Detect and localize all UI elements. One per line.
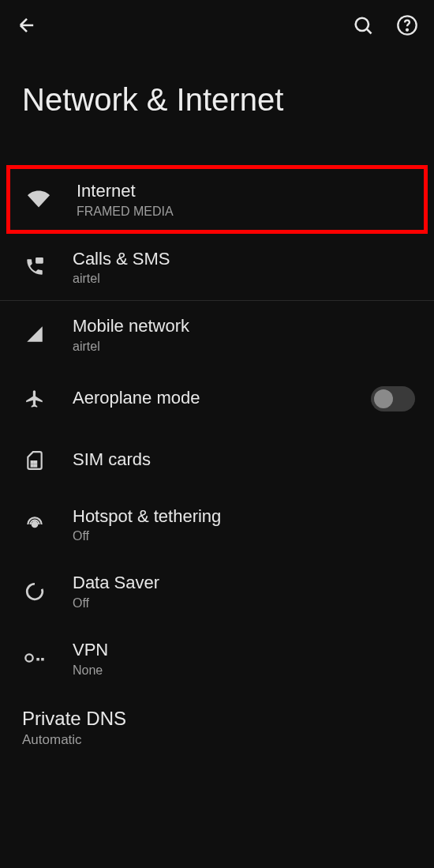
sim-card-icon (19, 450, 51, 471)
svg-rect-3 (36, 257, 43, 264)
back-button[interactable] (16, 14, 38, 36)
svg-point-0 (356, 18, 369, 31)
setting-text: Private DNS Automatic (22, 706, 415, 748)
setting-subtitle: airtel (73, 272, 415, 286)
setting-title: VPN (73, 639, 415, 662)
setting-item-hotspot[interactable]: Hotspot & tethering Off (0, 491, 434, 558)
setting-subtitle: airtel (73, 340, 415, 354)
setting-item-sim-cards[interactable]: SIM cards (0, 430, 434, 491)
top-bar (0, 0, 434, 51)
setting-text: Data Saver Off (73, 572, 415, 611)
setting-title: Mobile network (73, 315, 415, 338)
svg-point-2 (406, 29, 408, 31)
svg-point-8 (32, 522, 38, 528)
setting-item-mobile-network[interactable]: Mobile network airtel (0, 301, 434, 368)
airplane-icon (19, 389, 51, 409)
setting-title: Internet (77, 180, 411, 203)
hotspot-icon (19, 514, 51, 535)
setting-text: Mobile network airtel (73, 315, 415, 354)
setting-item-data-saver[interactable]: Data Saver Off (0, 558, 434, 625)
setting-text: Hotspot & tethering Off (73, 505, 415, 544)
vpn-key-icon (19, 647, 51, 669)
setting-title: Hotspot & tethering (73, 505, 415, 528)
data-saver-icon (19, 581, 51, 602)
search-button[interactable] (352, 14, 374, 36)
svg-rect-6 (35, 461, 36, 463)
setting-text: VPN None (73, 639, 415, 678)
setting-text: Aeroplane mode (73, 387, 371, 410)
setting-item-aeroplane-mode[interactable]: Aeroplane mode (0, 368, 434, 430)
svg-point-9 (25, 655, 32, 662)
calls-sms-icon (19, 257, 51, 277)
top-bar-actions (352, 14, 418, 36)
setting-text: SIM cards (73, 449, 415, 472)
setting-title: Data Saver (73, 572, 415, 595)
setting-subtitle: Off (73, 529, 415, 543)
setting-title: Private DNS (22, 706, 415, 731)
setting-title: Aeroplane mode (73, 387, 371, 410)
back-arrow-icon (16, 14, 38, 36)
setting-subtitle: Off (73, 596, 415, 611)
setting-subtitle: None (73, 663, 415, 678)
settings-list: Internet FRAMED MEDIA Calls & SMS airtel… (0, 165, 434, 762)
setting-item-internet[interactable]: Internet FRAMED MEDIA (6, 165, 428, 234)
setting-title: Calls & SMS (73, 248, 415, 271)
setting-text: Internet FRAMED MEDIA (77, 180, 411, 219)
page-title: Network & Internet (0, 51, 434, 165)
toggle-knob (374, 389, 393, 408)
signal-icon (19, 324, 51, 344)
help-button[interactable] (396, 14, 418, 36)
aeroplane-mode-toggle[interactable] (371, 386, 415, 411)
search-icon (352, 14, 374, 36)
setting-item-vpn[interactable]: VPN None (0, 625, 434, 692)
svg-rect-7 (35, 464, 36, 466)
setting-subtitle: Automatic (22, 732, 415, 748)
setting-text: Calls & SMS airtel (73, 248, 415, 287)
wifi-icon (23, 188, 54, 210)
setting-title: SIM cards (73, 449, 415, 472)
setting-item-private-dns[interactable]: Private DNS Automatic (0, 692, 434, 762)
setting-subtitle: FRAMED MEDIA (77, 205, 411, 219)
help-icon (396, 14, 418, 36)
setting-item-calls-sms[interactable]: Calls & SMS airtel (0, 234, 434, 301)
svg-rect-5 (32, 464, 33, 466)
svg-rect-4 (32, 461, 33, 463)
